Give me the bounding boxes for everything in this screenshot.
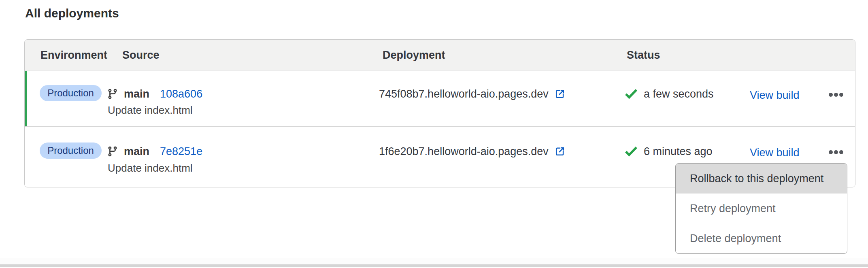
ellipsis-dot [839, 150, 843, 154]
status-time: 6 minutes ago [644, 145, 713, 158]
commit-link[interactable]: 7e8251e [160, 145, 202, 158]
ellipsis-dot [829, 93, 833, 97]
menu-item-delete[interactable]: Delete deployment [676, 223, 847, 253]
deployment-context-menu: Rollback to this deployment Retry deploy… [675, 163, 847, 254]
status-cell: 6 minutes ago [625, 145, 713, 157]
table-header: Environment Source Deployment Status [25, 40, 855, 70]
column-header-source: Source [122, 40, 160, 70]
current-deployment-indicator [25, 71, 27, 126]
ellipsis-dot [834, 93, 838, 97]
section-divider [0, 264, 868, 267]
external-link-icon[interactable] [554, 88, 566, 100]
more-actions-button[interactable] [828, 90, 844, 99]
deployments-page: All deployments Environment Source Deplo… [0, 0, 868, 268]
commit-message: Update index.html [108, 162, 193, 174]
status-cell: a few seconds [625, 88, 714, 100]
external-link-icon[interactable] [554, 146, 566, 157]
git-branch-icon [107, 88, 118, 100]
ellipsis-dot [829, 150, 833, 154]
check-icon [625, 146, 638, 157]
column-header-environment: Environment [40, 40, 107, 70]
deployment-row-current: Production main 108a606 Update index.htm… [25, 71, 855, 127]
deployment-url: 745f08b7.helloworld-aio.pages.dev [379, 88, 549, 100]
page-title: All deployments [25, 6, 119, 21]
menu-item-rollback[interactable]: Rollback to this deployment [676, 164, 847, 194]
deployment-cell: 745f08b7.helloworld-aio.pages.dev [379, 88, 566, 100]
column-header-deployment: Deployment [383, 40, 445, 70]
check-icon [625, 89, 638, 99]
commit-link[interactable]: 108a606 [160, 88, 202, 100]
status-time: a few seconds [644, 88, 714, 100]
branch-name: main [124, 88, 149, 100]
environment-badge: Production [40, 85, 102, 101]
more-actions-button[interactable] [828, 148, 844, 157]
section-background-strip [0, 258, 868, 264]
column-header-status: Status [627, 40, 660, 70]
view-build-link[interactable]: View build [750, 89, 800, 102]
view-build-link[interactable]: View build [750, 147, 800, 159]
branch-name: main [124, 145, 149, 158]
source-cell: main 7e8251e [107, 145, 202, 157]
ellipsis-dot [839, 93, 843, 97]
environment-badge: Production [40, 143, 102, 159]
deployment-cell: 1f6e20b7.helloworld-aio.pages.dev [379, 145, 566, 157]
source-cell: main 108a606 [107, 88, 202, 100]
commit-message: Update index.html [108, 104, 193, 117]
git-branch-icon [107, 146, 118, 157]
menu-item-retry[interactable]: Retry deployment [676, 194, 847, 223]
ellipsis-dot [834, 150, 838, 154]
deployment-url: 1f6e20b7.helloworld-aio.pages.dev [379, 145, 549, 158]
